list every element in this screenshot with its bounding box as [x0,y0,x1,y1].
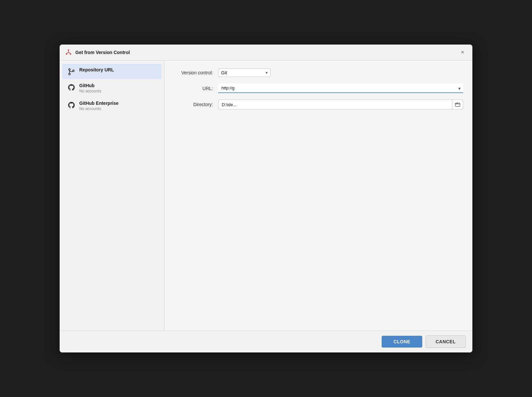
svg-point-2 [70,53,71,55]
cancel-button[interactable]: CANCEL [426,335,466,348]
svg-point-1 [66,53,67,55]
svg-line-4 [66,52,68,53]
sidebar-item-github[interactable]: GitHub No accounts [62,80,162,97]
url-input-wrapper: ▾ [218,84,463,93]
dialog-body: Repository URL GitHub No accounts [60,61,472,331]
dialog-footer: CLONE CANCEL [60,331,472,352]
sidebar-item-github-enterprise[interactable]: GitHub Enterprise No accounts [62,97,162,114]
svg-rect-10 [455,103,460,106]
sidebar-item-github-enterprise-subtitle: No accounts [79,106,119,111]
svg-point-8 [73,70,74,72]
url-label: URL: [174,86,213,91]
version-control-row: Version control: Git ▾ [174,68,463,77]
directory-row: Directory: [174,100,463,109]
svg-point-6 [69,69,70,70]
svg-point-0 [68,49,69,51]
dialog-title: Get from Version Control [75,50,455,55]
version-control-label: Version control: [174,70,213,75]
sidebar-item-github-enterprise-content: GitHub Enterprise No accounts [79,101,119,111]
close-button[interactable]: × [458,48,467,57]
github-enterprise-icon [67,101,75,109]
sidebar-item-github-enterprise-title: GitHub Enterprise [79,101,119,106]
url-row: URL: ▾ [174,84,463,93]
sidebar-item-repository-url[interactable]: Repository URL [62,64,162,79]
content-spacer [174,116,463,323]
dialog: Get from Version Control × [60,45,472,352]
svg-point-7 [69,73,70,75]
sidebar-item-github-content: GitHub No accounts [79,83,101,93]
directory-input-wrapper [218,100,463,109]
version-control-value: Git [221,70,263,75]
sidebar: Repository URL GitHub No accounts [60,61,164,331]
vcs-fork-icon [67,68,75,76]
dialog-overlay: Get from Version Control × [0,0,532,397]
url-dropdown-button[interactable]: ▾ [457,85,462,92]
directory-browse-button[interactable] [452,100,463,109]
svg-line-5 [68,52,70,53]
dialog-titlebar: Get from Version Control × [60,45,472,61]
dialog-title-icon [65,49,72,56]
url-input[interactable] [218,84,463,93]
directory-input[interactable] [218,100,452,109]
main-content: Version control: Git ▾ URL: ▾ D [164,61,472,331]
sidebar-item-repository-url-title: Repository URL [79,67,114,72]
github-icon [67,84,75,91]
sidebar-item-github-title: GitHub [79,83,101,88]
version-control-select[interactable]: Git ▾ [218,68,271,77]
directory-label: Directory: [174,102,213,107]
sidebar-item-github-subtitle: No accounts [79,89,101,93]
sidebar-item-repository-url-content: Repository URL [79,67,114,72]
version-control-dropdown-icon: ▾ [266,70,268,75]
clone-button[interactable]: CLONE [382,336,422,348]
